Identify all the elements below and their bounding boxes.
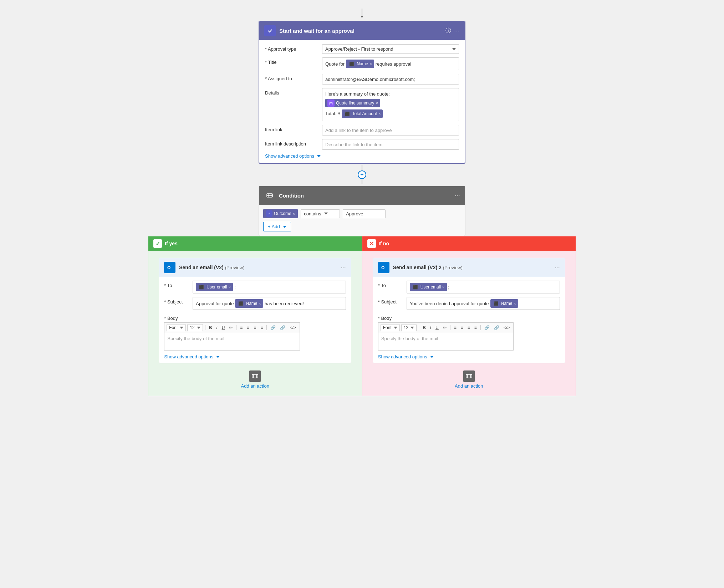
condition-token-icon: ✓ (266, 210, 272, 217)
condition-title: Condition (279, 193, 451, 199)
token-db-icon2: ⬛ (344, 110, 351, 117)
email-yes-body-input[interactable]: Specify the body of the mail (164, 333, 300, 351)
email-yes-subject-input[interactable]: Approval for quote ⬛ Name × has been rec… (193, 297, 346, 310)
no-bold-button[interactable]: B (421, 324, 427, 331)
approval-type-chevron (452, 48, 456, 50)
condition-token-close[interactable]: × (293, 211, 295, 216)
approval-show-advanced[interactable]: Show advanced options (265, 153, 459, 159)
add-step-button[interactable]: + (358, 170, 366, 179)
no-italic-button[interactable]: I (429, 324, 433, 331)
align-right-button[interactable]: ≡ (259, 324, 264, 331)
if-no-label: If no (379, 241, 389, 246)
details-line1: Here's a summary of the quote: (325, 91, 456, 97)
svg-rect-12 (466, 374, 472, 378)
details-input[interactable]: Here's a summary of the quote: {x} Quote… (322, 88, 459, 121)
email-yes-to-row: * To ⬛ User email × ; (164, 281, 346, 293)
email-yes-show-advanced[interactable]: Show advanced options (164, 354, 346, 359)
email-no-to-label: * To (378, 281, 407, 288)
condition-card: Condition ⋯ ✓ Outcome × contains Approve (259, 186, 465, 236)
item-link-desc-placeholder: Describe the link to the item (325, 142, 382, 147)
email-no-to-input[interactable]: ⬛ User email × ; (407, 281, 560, 293)
email-no-font-select[interactable]: Font (381, 324, 400, 331)
approval-card-header: Start and wait for an approval ⓘ ⋯ (259, 21, 465, 40)
token-db-icon: ⬛ (348, 60, 355, 67)
assigned-to-input[interactable]: administrator@BASDemo.onmicrosoft.com; (322, 74, 459, 85)
subject-no-token-close[interactable]: × (514, 301, 516, 306)
if-no-header: ✕ If no (362, 236, 576, 251)
approval-info-button[interactable]: ⓘ (445, 27, 451, 35)
item-link-label: Item link (265, 125, 322, 132)
subject-token-icon: ⬛ (237, 300, 244, 307)
condition-icon (264, 190, 275, 201)
toolbar-sep2 (236, 325, 236, 330)
details-token2: ⬛ Total Amount × (342, 109, 383, 118)
assigned-to-row: * Assigned to administrator@BASDemo.onmi… (265, 74, 459, 85)
no-unlink-button[interactable]: 🔗 (493, 324, 501, 331)
list-bullet-button[interactable]: ≡ (239, 324, 244, 331)
no-link-button[interactable]: 🔗 (483, 324, 491, 331)
user-token-close[interactable]: × (229, 285, 231, 289)
condition-value-input[interactable]: Approve (343, 209, 386, 218)
title-label: * Title (265, 57, 322, 65)
approval-more-button[interactable]: ⋯ (454, 27, 460, 34)
subject-token-close[interactable]: × (259, 301, 261, 306)
no-align-left-button[interactable]: ≡ (466, 324, 471, 331)
approval-type-select[interactable]: Approve/Reject - First to respond (322, 44, 459, 54)
condition-add-button[interactable]: + Add (263, 222, 291, 231)
email-yes-body: * To ⬛ User email × ; (159, 277, 351, 363)
no-toolbar-sep2 (450, 325, 450, 330)
bold-button[interactable]: B (208, 324, 214, 331)
condition-more-button[interactable]: ⋯ (454, 192, 460, 199)
user-no-token-close[interactable]: × (442, 285, 444, 289)
item-link-desc-input[interactable]: Describe the link to the item (322, 139, 459, 150)
title-token-close[interactable]: × (369, 62, 372, 66)
add-action-yes-icon (249, 370, 261, 382)
email-yes-body-label: * Body (164, 313, 193, 321)
add-action-no-button[interactable]: Add an action (455, 370, 483, 389)
email-no-more-button[interactable]: ⋯ (554, 264, 560, 271)
no-list-number-button[interactable]: ≡ (459, 324, 465, 331)
condition-operator-select[interactable]: contains (301, 209, 340, 218)
if-yes-content: O Send an email (V2) (Preview) ⋯ (148, 251, 362, 396)
email-no-subject-input[interactable]: You've been denied approval for quote ⬛ … (407, 297, 560, 310)
condition-body: ✓ Outcome × contains Approve + Add (259, 205, 465, 236)
email-yes-to-input[interactable]: ⬛ User email × ; (193, 281, 346, 293)
title-input[interactable]: Quote for ⬛ Name × requires approval (322, 57, 459, 70)
details-token2-close[interactable]: × (378, 112, 381, 116)
if-yes-section: ✓ If yes O Send an emai (148, 236, 362, 396)
email-yes-fontsize-select[interactable]: 12 (187, 324, 203, 331)
email-no-show-advanced[interactable]: Show advanced options (378, 354, 560, 359)
unlink-button[interactable]: 🔗 (279, 324, 287, 331)
approval-header-actions: ⓘ ⋯ (445, 27, 460, 35)
no-align-right-button[interactable]: ≡ (473, 324, 478, 331)
no-code-button[interactable]: </> (502, 324, 511, 331)
title-suffix-text: requires approval (376, 61, 411, 67)
email-yes-font-select[interactable]: Font (167, 324, 186, 331)
pen-button[interactable]: ✏ (228, 324, 234, 331)
condition-header-actions: ⋯ (454, 192, 460, 199)
align-left-button[interactable]: ≡ (252, 324, 258, 331)
item-link-input[interactable]: Add a link to the item to approve (322, 125, 459, 136)
connector-line-bottom (362, 179, 362, 184)
approval-type-label: * Approval type (265, 44, 322, 52)
details-token1-close[interactable]: × (376, 101, 378, 105)
link-button[interactable]: 🔗 (269, 324, 277, 331)
item-link-placeholder: Add a link to the item to approve (325, 128, 392, 133)
add-chevron (283, 226, 286, 228)
no-pen-button[interactable]: ✏ (442, 324, 448, 331)
email-no-fontsize-select[interactable]: 12 (401, 324, 417, 331)
code-button[interactable]: </> (288, 324, 297, 331)
approval-type-row: * Approval type Approve/Reject - First t… (265, 44, 459, 54)
list-number-button[interactable]: ≡ (245, 324, 251, 331)
no-list-bullet-button[interactable]: ≡ (453, 324, 458, 331)
user-token-icon: ⬛ (198, 283, 205, 291)
underline-button[interactable]: U (220, 324, 226, 331)
approval-icon (264, 25, 276, 36)
no-underline-button[interactable]: U (434, 324, 440, 331)
email-no-body-input[interactable]: Specify the body of the mail (378, 333, 514, 351)
email-yes-more-button[interactable]: ⋯ (340, 264, 346, 271)
token-var-icon: {x} (327, 99, 335, 107)
add-action-yes-button[interactable]: Add an action (241, 370, 269, 389)
email-no-body-row: * Body Font 12 (378, 313, 560, 351)
italic-button[interactable]: I (215, 324, 219, 331)
